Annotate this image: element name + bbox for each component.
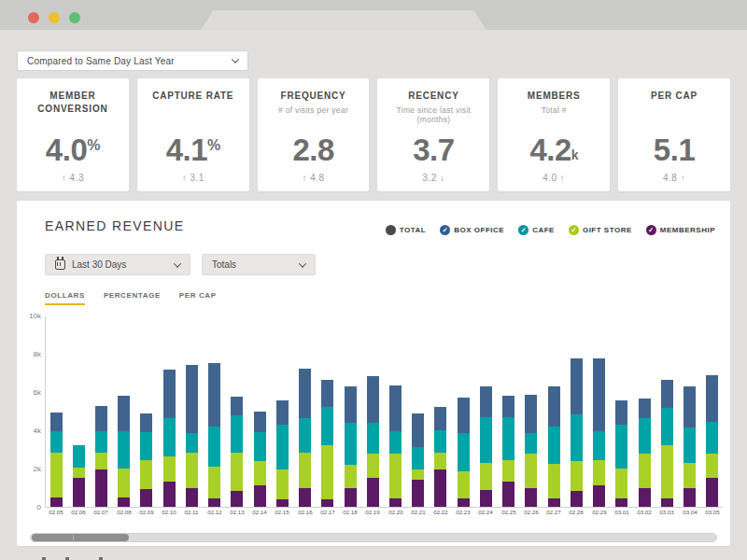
kpi-value: 4.2k (529, 134, 578, 165)
kpi-card-member-conversion: MEMBER CONVERSION4.0%↑ 4.3 (17, 78, 129, 191)
bar-segment-membership (458, 498, 470, 507)
x-axis-label: 02.12 (204, 509, 224, 515)
bar-column[interactable]: 02.06 (72, 316, 85, 507)
bar-column[interactable]: 03.01 (615, 316, 628, 507)
aggregation-select[interactable]: Totals (202, 254, 316, 275)
bar-column[interactable]: 02.09 (140, 316, 153, 507)
kpi-title: PER CAP (651, 90, 698, 103)
bar-column[interactable]: 02.15 (275, 316, 289, 507)
bar-column[interactable]: 02.16 (299, 316, 312, 507)
bar-column[interactable]: 02.08 (118, 316, 131, 507)
x-axis-label: 03.01 (612, 509, 631, 515)
bar-segment-box-office (548, 386, 560, 427)
kpi-value-suffix: k (571, 147, 578, 162)
bar-column[interactable]: 02.18 (344, 316, 357, 507)
bar-segment-membership (389, 498, 402, 507)
bar-segment-box-office (321, 380, 333, 408)
bar-column[interactable]: 02.10 (162, 316, 176, 507)
legend-item-cafe[interactable]: ✓CAFE (518, 225, 555, 235)
browser-tab[interactable] (201, 10, 486, 30)
bar-segment-box-office (367, 376, 379, 423)
tab-dollars[interactable]: DOLLARS (45, 291, 85, 305)
legend-item-total[interactable]: TOTAL (386, 225, 426, 235)
comparison-select[interactable]: Compared to Same Day Last Year (17, 50, 248, 71)
kpi-value-box: 5.1 (654, 127, 695, 173)
aggregation-value: Totals (212, 259, 293, 270)
bar-column[interactable]: 02.22 (434, 316, 447, 507)
bar-segment-cafe (525, 433, 537, 454)
bar-column[interactable]: 02.24 (479, 316, 492, 507)
bar-segment-box-office (434, 407, 446, 430)
bar-segment-cafe (367, 423, 379, 454)
x-axis-label: 02.19 (363, 509, 383, 515)
y-axis-tick: 0 (37, 503, 41, 511)
stacked-bar (502, 396, 514, 507)
bar-column[interactable]: 03.03 (660, 316, 673, 507)
bar-column[interactable]: 02.05 (49, 316, 63, 507)
bar-column[interactable]: 02.17 (321, 316, 334, 507)
kpi-trend: ↑ 4.8 (302, 173, 324, 183)
kpi-value: 4.0% (46, 134, 100, 165)
kpi-value: 5.1 (654, 134, 695, 165)
bar-column[interactable]: 02.27 (547, 316, 560, 507)
calendar-icon (55, 259, 65, 270)
legend-label: MEMBERSHIP (660, 226, 715, 234)
kpi-title: MEMBERS (528, 90, 581, 103)
stacked-bar (389, 385, 402, 507)
kpi-title: FREQUENCY (278, 90, 348, 103)
bar-segment-cafe (615, 425, 627, 469)
bar-segment-gift-store (525, 454, 537, 488)
bar-segment-cafe (208, 427, 220, 467)
bar-column[interactable]: 03.02 (638, 316, 651, 507)
bar-segment-box-office (571, 358, 583, 413)
bar-segment-box-office (208, 363, 220, 427)
bar-segment-cafe (254, 432, 266, 461)
bar-segment-membership (50, 497, 63, 507)
stacked-bar (367, 376, 379, 507)
bar-segment-membership (571, 491, 583, 507)
legend-item-box-office[interactable]: ✓BOX OFFICE (440, 225, 504, 235)
kpi-trend: ↑ 3.1 (182, 173, 204, 183)
bar-segment-membership (525, 488, 537, 508)
kpi-value: 2.8 (292, 134, 333, 165)
bar-column[interactable]: 02.11 (185, 316, 198, 507)
bar-column[interactable]: 02.23 (457, 316, 470, 507)
kpi-title-box: MEMBER CONVERSION (26, 90, 120, 127)
scrollbar-thumb[interactable] (32, 534, 129, 541)
kpi-value-box: 3.7 (413, 127, 454, 173)
bar-column[interactable]: 02.20 (389, 316, 402, 507)
legend-item-gift-store[interactable]: ✓GIFT STORE (569, 225, 632, 235)
revenue-chart: 02k4k6k8k10k 02.0502.0602.0702.0802.0902… (24, 316, 723, 508)
bar-column[interactable]: 02.12 (208, 316, 221, 507)
chart-scrollbar[interactable] (30, 533, 717, 542)
bar-column[interactable]: 02.19 (366, 316, 379, 507)
bar-column[interactable]: 02.14 (253, 316, 266, 507)
tab-per-cap[interactable]: PER CAP (179, 291, 217, 305)
bar-segment-membership (502, 482, 514, 507)
bar-column[interactable]: 02.26 (525, 316, 538, 507)
bar-column[interactable]: 02.28 (570, 316, 583, 507)
chevron-down-icon (299, 259, 306, 267)
date-range-select[interactable]: Last 30 Days (45, 254, 190, 275)
close-window-button[interactable] (28, 12, 39, 23)
maximize-window-button[interactable] (69, 12, 80, 23)
bar-segment-membership (254, 485, 266, 507)
window-controls (28, 12, 80, 23)
bar-segment-gift-store (208, 467, 220, 498)
chevron-down-icon (232, 55, 239, 63)
bar-column[interactable]: 03.04 (684, 316, 697, 507)
legend-item-membership[interactable]: ✓MEMBERSHIP (646, 225, 715, 235)
bar-segment-membership (163, 482, 176, 507)
legend-label: GIFT STORE (583, 226, 632, 234)
bar-column[interactable]: 02.29 (593, 316, 606, 507)
bar-column[interactable]: 03.05 (706, 316, 719, 507)
x-axis-label: 02.24 (476, 509, 496, 515)
bar-column[interactable]: 02.21 (412, 316, 425, 507)
kpi-card-per-cap: PER CAP5.14.8 ↑ (618, 78, 730, 191)
tab-percentage[interactable]: PERCENTAGE (104, 291, 161, 305)
kpi-title: RECENCY (387, 90, 480, 103)
bar-column[interactable]: 02.07 (94, 316, 107, 507)
bar-column[interactable]: 02.25 (502, 316, 515, 507)
minimize-window-button[interactable] (49, 12, 60, 23)
bar-column[interactable]: 02.13 (231, 316, 244, 507)
